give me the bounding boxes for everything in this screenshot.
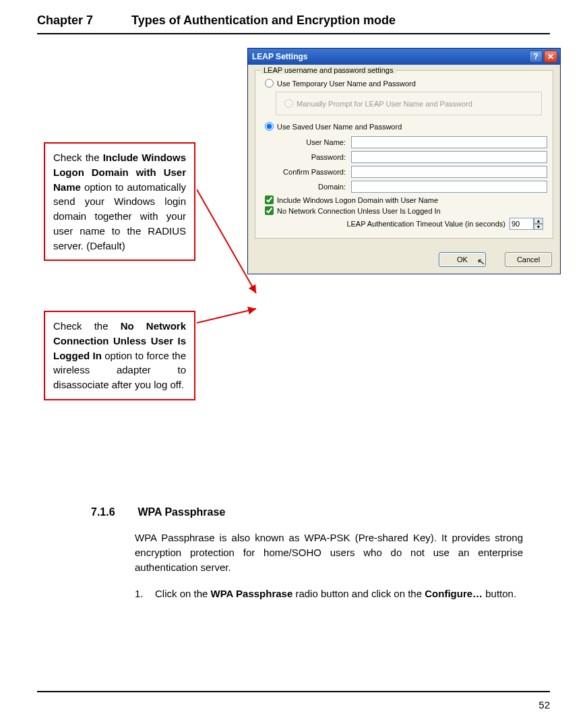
close-button[interactable]: ✕ bbox=[544, 51, 557, 63]
password-input[interactable] bbox=[351, 151, 547, 163]
domain-row: Domain: bbox=[277, 181, 547, 193]
confirm-input[interactable] bbox=[351, 166, 547, 178]
titlebar[interactable]: LEAP Settings ? ✕ bbox=[248, 49, 560, 65]
section-paragraph: WPA Passphrase is also known as WPA-PSK … bbox=[135, 530, 523, 574]
radio-use-saved[interactable]: Use Saved User Name and Password bbox=[265, 122, 547, 131]
footer-rule bbox=[37, 691, 550, 692]
chapter-title: Types of Authentication and Encryption m… bbox=[131, 13, 396, 27]
section-title: WPA Passphrase bbox=[137, 506, 225, 518]
svg-line-1 bbox=[197, 309, 256, 323]
leap-credentials-groupbox: LEAP username and password settings Use … bbox=[255, 70, 553, 239]
timeout-spinner[interactable]: ▲ ▼ bbox=[509, 218, 543, 230]
radio-use-saved-input[interactable] bbox=[265, 122, 274, 131]
confirm-label: Confirm Password: bbox=[277, 168, 351, 176]
groupbox-legend: LEAP username and password settings bbox=[261, 66, 396, 74]
callout-text-pre: Check the bbox=[53, 320, 121, 332]
radio-use-temporary-input[interactable] bbox=[265, 79, 274, 88]
footer: 52 bbox=[37, 691, 550, 710]
spinner-down-icon[interactable]: ▼ bbox=[534, 224, 543, 230]
radio-use-temporary[interactable]: Use Temporary User Name and Password bbox=[265, 79, 547, 88]
step-number: 1. bbox=[135, 586, 155, 601]
leap-settings-dialog: LEAP Settings ? ✕ LEAP username and pass… bbox=[247, 48, 561, 274]
radio-use-saved-label: Use Saved User Name and Password bbox=[277, 123, 402, 131]
spinner-up-icon[interactable]: ▲ bbox=[534, 218, 543, 224]
callout-text-pre: Check the bbox=[53, 152, 103, 163]
include-domain-checkbox[interactable] bbox=[265, 195, 274, 204]
username-label: User Name: bbox=[277, 138, 351, 146]
radio-use-temporary-label: Use Temporary User Name and Password bbox=[277, 80, 416, 88]
username-input[interactable] bbox=[351, 136, 547, 148]
step-text: Click on the WPA Passphrase radio button… bbox=[155, 586, 523, 601]
page-number: 52 bbox=[37, 699, 550, 710]
include-domain-label: Include Windows Logon Domain with User N… bbox=[277, 196, 438, 204]
arrow-to-nonet-checkbox bbox=[197, 307, 264, 327]
include-domain-check-row[interactable]: Include Windows Logon Domain with User N… bbox=[265, 195, 547, 204]
timeout-input[interactable] bbox=[509, 218, 534, 230]
password-label: Password: bbox=[277, 153, 351, 161]
dialog-title: LEAP Settings bbox=[252, 52, 528, 61]
step-mid: radio button and click on the bbox=[292, 588, 425, 599]
credentials-form: User Name: Password: Confirm Password: bbox=[277, 136, 547, 193]
section-number: 7.1.6 bbox=[91, 506, 135, 518]
step-pre: Click on the bbox=[155, 588, 211, 599]
timeout-label: LEAP Authentication Timeout Value (in se… bbox=[346, 220, 505, 228]
help-button[interactable]: ? bbox=[529, 51, 543, 63]
radio-manual-prompt: Manually Prompt for LEAP User Name and P… bbox=[284, 99, 537, 108]
step-bold2: Configure… bbox=[425, 588, 483, 599]
content-area: Check the Include Windows Logon Domain w… bbox=[37, 48, 550, 628]
password-row: Password: bbox=[277, 151, 547, 163]
domain-label: Domain: bbox=[277, 183, 351, 191]
manual-prompt-box: Manually Prompt for LEAP User Name and P… bbox=[276, 92, 542, 115]
username-row: User Name: bbox=[277, 136, 547, 148]
step-bold1: WPA Passphrase bbox=[211, 588, 293, 599]
step-1: 1. Click on the WPA Passphrase radio but… bbox=[135, 586, 523, 601]
callout-no-network: Check the No Network Connection Unless U… bbox=[44, 311, 195, 400]
section-wpa-passphrase: 7.1.6 WPA Passphrase WPA Passphrase is a… bbox=[37, 506, 550, 601]
header-rule bbox=[37, 33, 550, 34]
dialog-button-row: OK ↖ Cancel bbox=[248, 247, 560, 274]
cancel-button[interactable]: Cancel bbox=[505, 252, 552, 267]
step-post: button. bbox=[483, 588, 516, 599]
chapter-header: Chapter 7 Types of Authentication and En… bbox=[37, 13, 550, 28]
dialog-body: LEAP username and password settings Use … bbox=[248, 65, 560, 247]
no-network-check-row[interactable]: No Network Connection Unless User Is Log… bbox=[265, 206, 547, 215]
domain-input[interactable] bbox=[351, 181, 547, 193]
no-network-label: No Network Connection Unless User Is Log… bbox=[277, 207, 441, 215]
section-heading: 7.1.6 WPA Passphrase bbox=[91, 506, 523, 518]
confirm-row: Confirm Password: bbox=[277, 166, 547, 178]
no-network-checkbox[interactable] bbox=[265, 206, 274, 215]
radio-manual-prompt-input bbox=[284, 99, 293, 108]
callout-include-domain: Check the Include Windows Logon Domain w… bbox=[44, 142, 195, 261]
timeout-row: LEAP Authentication Timeout Value (in se… bbox=[261, 218, 543, 230]
chapter-number: Chapter 7 bbox=[37, 13, 128, 28]
radio-manual-prompt-label: Manually Prompt for LEAP User Name and P… bbox=[297, 100, 472, 108]
